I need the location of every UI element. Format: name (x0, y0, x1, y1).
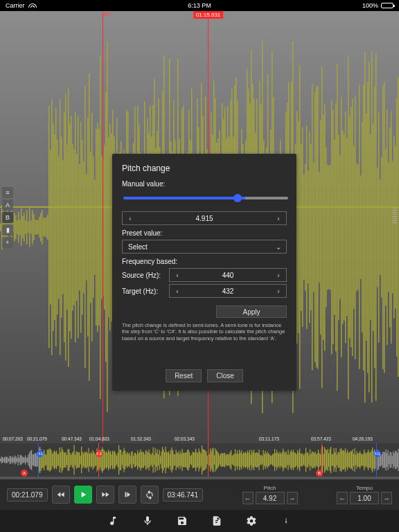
svg-rect-496 (215, 448, 216, 471)
svg-rect-34 (46, 218, 47, 238)
save-icon[interactable] (176, 515, 188, 527)
svg-rect-581 (303, 455, 304, 465)
export-icon[interactable] (211, 515, 223, 527)
svg-rect-399 (114, 451, 115, 470)
tempo-value[interactable]: 1.00 (350, 492, 379, 504)
svg-rect-481 (200, 452, 200, 469)
source-decrement[interactable]: ‹ (170, 269, 185, 281)
svg-rect-670 (396, 451, 397, 469)
target-value[interactable]: 432 (185, 285, 271, 297)
transport-bar: 00:21.079 03:46.741 Pitch ← 4.92 → Tempo… (0, 479, 399, 510)
pitch-value[interactable]: 4.92 (256, 492, 285, 504)
svg-rect-473 (191, 454, 192, 466)
pitch-decrement[interactable]: ← (242, 492, 254, 504)
svg-rect-257 (355, 95, 356, 359)
tempo-increment[interactable]: → (381, 492, 392, 504)
svg-rect-76 (104, 145, 105, 310)
svg-rect-233 (321, 66, 323, 388)
svg-rect-299 (10, 456, 11, 464)
svg-rect-292 (3, 458, 4, 461)
svg-rect-41 (55, 108, 57, 346)
target-increment[interactable]: › (271, 285, 286, 297)
manual-decrement[interactable]: ‹ (123, 212, 138, 224)
svg-rect-51 (69, 123, 71, 331)
overview-waveform[interactable]: R1 R2 R1 A B 00:07.26300:21.07900:47.343… (0, 443, 399, 477)
music-icon[interactable] (107, 515, 119, 527)
position-time[interactable]: 00:21.079 (7, 488, 48, 502)
svg-rect-542 (263, 450, 264, 470)
svg-rect-293 (4, 457, 5, 463)
source-increment[interactable]: › (271, 269, 286, 281)
close-button[interactable]: Close (207, 369, 243, 382)
svg-rect-552 (274, 454, 274, 466)
svg-rect-50 (68, 87, 69, 366)
svg-rect-222 (306, 125, 308, 329)
skip-button[interactable] (118, 486, 136, 504)
overview-time-label: 02:03.343 (175, 436, 195, 441)
svg-rect-571 (293, 450, 294, 470)
svg-rect-215 (296, 111, 298, 344)
svg-rect-641 (366, 454, 366, 466)
manual-value-slider[interactable] (123, 192, 288, 204)
hamburger-icon[interactable]: ≡ (2, 187, 13, 198)
battery-percent: 100% (362, 2, 378, 9)
svg-rect-395 (110, 451, 111, 469)
marker-r1-end[interactable]: R1 (374, 450, 381, 457)
svg-rect-576 (299, 452, 299, 468)
svg-rect-285 (393, 136, 395, 318)
manual-increment[interactable]: › (271, 212, 286, 224)
duration-time[interactable]: 03:46.741 (163, 488, 204, 502)
svg-rect-31 (42, 210, 43, 245)
marker-a-button[interactable]: A (2, 200, 13, 211)
rewind-button[interactable] (52, 486, 70, 504)
clock: 6:13 PM (188, 2, 211, 9)
overview-b-line (321, 443, 322, 477)
svg-rect-279 (385, 149, 387, 305)
svg-rect-438 (155, 448, 156, 472)
apply-button[interactable]: Apply (216, 305, 287, 318)
marker-b-button[interactable]: B (2, 212, 13, 223)
marker-r2[interactable]: R2 (96, 450, 103, 457)
svg-rect-336 (49, 449, 50, 472)
svg-rect-550 (272, 455, 272, 464)
svg-rect-661 (387, 453, 387, 467)
svg-rect-420 (136, 454, 137, 466)
reset-button[interactable]: Reset (166, 369, 202, 382)
info-icon[interactable] (280, 515, 292, 527)
svg-rect-245 (338, 134, 339, 319)
chevron-down-icon: ⌄ (271, 240, 286, 253)
play-button[interactable] (74, 486, 92, 504)
marker-a[interactable]: A (21, 470, 28, 477)
source-value[interactable]: 440 (185, 269, 271, 281)
svg-rect-408 (124, 448, 125, 472)
svg-rect-42 (57, 140, 58, 315)
svg-rect-253 (349, 116, 351, 338)
drag-handle-icon[interactable] (393, 208, 397, 224)
pitch-increment[interactable]: → (287, 492, 298, 504)
svg-rect-616 (340, 449, 341, 471)
svg-rect-21 (28, 222, 29, 233)
pin-icon[interactable]: ▮ (2, 224, 13, 236)
help-text: The pitch change is defined in semi-tone… (122, 322, 287, 342)
svg-rect-539 (260, 455, 260, 465)
preset-select[interactable]: Select ⌄ (122, 240, 287, 254)
target-decrement[interactable]: ‹ (170, 285, 185, 297)
settings-icon[interactable] (245, 515, 258, 527)
svg-rect-523 (243, 452, 244, 468)
svg-rect-20 (26, 210, 28, 245)
overview-time-label: 03:57.423 (311, 436, 331, 441)
svg-rect-425 (141, 452, 142, 468)
svg-rect-393 (108, 450, 109, 470)
microphone-icon[interactable] (141, 515, 154, 527)
manual-value[interactable]: 4.915 (138, 212, 271, 224)
add-icon[interactable]: + (2, 237, 13, 248)
svg-rect-669 (395, 451, 396, 469)
svg-rect-363 (77, 452, 78, 468)
marker-r2-line[interactable]: R2 (103, 11, 103, 443)
loop-button[interactable] (141, 486, 159, 504)
fast-forward-button[interactable] (96, 486, 114, 504)
tempo-decrement[interactable]: ← (337, 492, 348, 504)
svg-rect-517 (237, 450, 238, 470)
svg-rect-46 (62, 160, 64, 294)
svg-rect-241 (332, 110, 334, 344)
